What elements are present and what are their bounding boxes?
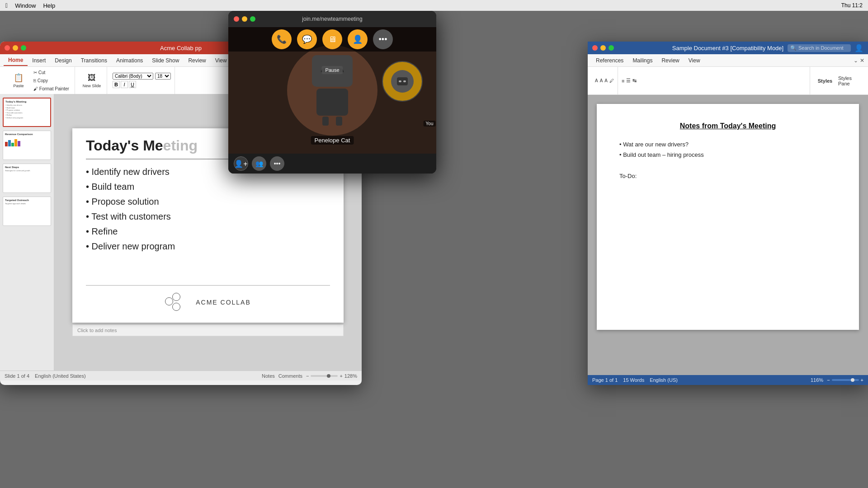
styles-button[interactable]: Styles [814,78,836,84]
zoom-slider-thumb [327,374,330,378]
slide-1-thumb-content: • Identify new drivers• Build team• Prop… [5,104,48,119]
slide-1-thumb-title: Today's Meeting [5,100,48,103]
word-search-bar[interactable]: 🔍 Search in Document [788,44,851,52]
word-minimize-button[interactable] [600,45,606,51]
pp-maximize-button[interactable] [21,45,26,51]
ribbon-slides-group: 🖼 New Slide [77,67,107,94]
pp-tab-animations[interactable]: Animations [112,56,147,66]
word-tab-view[interactable]: View [684,56,705,66]
notes-button[interactable]: Notes [262,373,275,379]
zoom-in-icon[interactable]: + [340,373,342,379]
word-ribbon-content: A A A 🖊 ≡ ☰ ↹ Styles Styles Pane [588,67,868,95]
pp-window-title: Acme Collab pp [160,45,202,52]
slide-3-thumb-title: Next Steps [5,166,49,169]
vc-bottom-bar: 👤+ 👥 ••• [228,154,436,174]
pp-tab-review[interactable]: Review [184,56,210,66]
paste-button[interactable]: 📋 Paste [7,69,30,92]
pp-minimize-button[interactable] [13,45,18,51]
vc-self-eye-left [399,80,401,82]
word-page-info: Page 1 of 1 [592,377,618,383]
vc-chat-button[interactable]: 💬 [297,29,317,49]
word-traffic-lights [592,45,614,51]
slide-thumb-container-1: 1 Today's Meeting • Identify new drivers… [3,98,51,127]
slide-4-thumb-title: Targeted Outreach [5,199,49,202]
slide-footer: ACME COLLAB [86,285,330,314]
word-style-expand-icon[interactable]: ⌄ [854,57,858,64]
vc-you-label: You [424,121,436,127]
word-maximize-button[interactable] [609,45,614,51]
zoom-slider[interactable] [311,375,338,377]
vc-phone-button[interactable]: 📞 [272,29,292,49]
menu-help[interactable]: Help [43,2,55,9]
vc-toolbar: 📞 💬 🖥 👤 ••• Pause [228,27,436,52]
slide-thumb-4[interactable]: Targeted Outreach Targeted approach deta… [3,197,51,226]
vc-more-options-button[interactable]: ••• [270,156,284,171]
search-icon: 🔍 [790,45,797,51]
vc-self-robot-face [397,77,408,85]
word-close-ribbon-icon[interactable]: ✕ [860,57,864,64]
font-size-select[interactable]: 18 [155,73,171,80]
styles-pane-button[interactable]: Styles Pane [838,75,861,86]
new-slide-button[interactable]: 🖼 New Slide [80,69,103,92]
vc-maximize-button[interactable] [250,16,255,22]
cut-button[interactable]: ✂ Cut [32,69,71,76]
word-tab-references[interactable]: References [591,56,628,66]
italic-button[interactable]: I [121,81,128,88]
menu-window[interactable]: Window [15,2,36,9]
word-page[interactable]: Notes from Today's Meeting • Wat are our… [597,104,859,330]
vc-participant-name-label: Penelope Cat [311,136,354,145]
word-close-button[interactable] [592,45,598,51]
vc-participants-button[interactable]: 👥 [252,156,266,171]
pp-tab-insert[interactable]: Insert [28,56,50,66]
vc-robot-body [316,89,348,116]
vc-minimize-button[interactable] [242,16,247,22]
vc-people-button[interactable]: 👤 [348,29,368,49]
pp-tab-transitions[interactable]: Transitions [76,56,112,66]
word-todo-label: To-Do: [619,171,836,181]
bold-button[interactable]: B [113,81,120,88]
acme-logo-circles [165,291,192,314]
pp-tab-slideshow[interactable]: Slide Show [147,56,184,66]
vc-url-title: join.me/newteammeeting [302,16,362,22]
word-zoom-bar: − + [827,377,863,383]
slide-thumb-2[interactable]: Revenue Comparison [3,131,51,160]
pp-tab-home[interactable]: Home [4,55,28,66]
word-line-2: • Build out team – hiring process [619,150,836,160]
mac-menubar:  Window Help Thu 11:2 [0,0,868,11]
bullet-6: Deliver new program [86,241,330,252]
slide-notes-placeholder[interactable]: Click to add notes [72,324,344,336]
word-tab-review[interactable]: Review [657,56,684,66]
underline-button[interactable]: U [129,81,136,88]
copy-button[interactable]: ⎘ Copy [32,77,71,84]
word-zoom-out-icon[interactable]: − [827,377,830,383]
format-painter-button[interactable]: 🖌 Format Painter [32,85,71,92]
bullet-3: Propose solution [86,197,330,207]
vc-add-person-button[interactable]: 👤+ [234,156,248,171]
bullet-5: Refine [86,226,330,237]
vc-more-button[interactable]: ••• [373,29,393,49]
font-family-select[interactable]: Calibri (Body) [113,73,153,80]
word-statusbar: Page 1 of 1 15 Words English (US) 116% −… [588,375,868,385]
slide-thumb-3[interactable]: Next Steps Strategies for continued grow… [3,164,51,193]
comments-button[interactable]: Comments [278,373,302,379]
styles-label: Styles [818,78,832,84]
word-zoom-in-icon[interactable]: + [861,377,863,383]
acme-logo-text: ACME COLLAB [196,299,251,306]
pp-tab-design[interactable]: Design [50,56,76,66]
pp-status-left: Slide 1 of 4 English (United States) [5,373,86,379]
word-zoom-slider[interactable] [832,379,859,381]
slide-2-chart [5,137,49,146]
vc-screen-button[interactable]: 🖥 [322,29,342,49]
zoom-out-icon[interactable]: − [306,373,309,379]
slide-thumb-1[interactable]: Today's Meeting • Identify new drivers• … [3,98,51,127]
word-window-title: Sample Document #3 [Compatibility Mode] [672,45,783,52]
vc-close-button[interactable] [234,16,239,22]
pp-close-button[interactable] [5,45,10,51]
menubar-right: Thu 11:2 [841,2,863,9]
word-list-icon: ☰ [626,78,631,84]
vc-titlebar: join.me/newteammeeting [228,11,436,27]
word-document-area: Notes from Today's Meeting • Wat are our… [588,95,868,375]
word-doc-content: • Wat are our new drivers? • Build out t… [619,139,836,182]
word-tab-mailings[interactable]: Mailings [628,56,657,66]
slide-bullets: Identify new drivers Build team Propose … [86,167,330,278]
